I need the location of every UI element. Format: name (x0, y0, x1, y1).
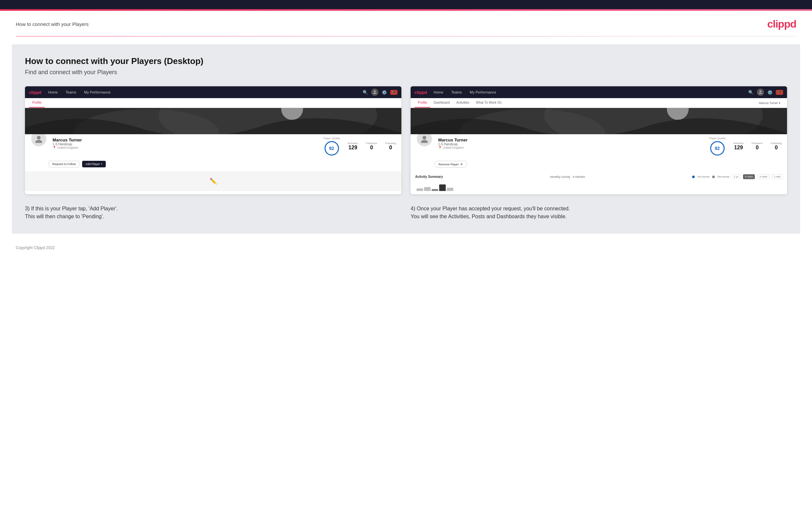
right-nav-performance[interactable]: My Performance (468, 90, 498, 94)
right-nav-teams[interactable]: Teams (450, 90, 463, 94)
on-course-label: On course (697, 175, 710, 178)
left-nav-home[interactable]: Home (47, 90, 59, 94)
left-activities-value: 129 (349, 145, 357, 150)
left-flag-icon: 🏴 (390, 90, 398, 95)
left-followers-value: 0 (370, 145, 373, 150)
right-followers-label: Followers (752, 142, 763, 145)
chart-bar-2 (424, 187, 430, 191)
right-followers-stat: Followers 0 (752, 142, 763, 151)
chart-bar-5 (447, 188, 453, 191)
right-tab-dashboard[interactable]: Dashboard (430, 98, 453, 108)
page-footer: Copyright Clippd 2022 (0, 241, 812, 254)
caption-left-text: 3) If this is your Player tap, 'Add Play… (25, 205, 401, 221)
right-activities-stat: Activities 129 (733, 142, 744, 151)
left-following-value: 0 (389, 145, 392, 150)
main-content: How to connect with your Players (Deskto… (12, 44, 800, 234)
right-flag-icon: 🏴 (776, 90, 783, 95)
right-location-icon: 📍 (438, 146, 442, 149)
left-nav-teams[interactable]: Teams (64, 90, 78, 94)
period-6mths-button[interactable]: 6 mths (743, 174, 755, 179)
left-quality-label: Player Quality (323, 137, 340, 140)
remove-player-label: Remove Player (439, 163, 459, 166)
right-user-dropdown[interactable]: Marcus Turner ▾ (759, 101, 783, 105)
right-tab-activities[interactable]: Activities (453, 98, 472, 108)
right-navbar: clippd Home Teams My Performance 🔍 ⚙️ 🏴 (411, 86, 787, 98)
left-profile-info: Marcus Turner 1-5 Handicap 📍 United King… (25, 134, 401, 160)
activity-chart (415, 182, 782, 191)
right-tab-what-to-work-on[interactable]: What To Work On (473, 98, 505, 108)
location-icon: 📍 (53, 146, 56, 149)
section-subtitle: Find and connect with your Players (25, 69, 787, 76)
right-activities-value: 129 (734, 145, 743, 150)
request-follow-button[interactable]: Request to Follow (49, 161, 80, 167)
svg-point-4 (37, 136, 40, 139)
settings-icon[interactable]: ⚙️ (382, 90, 387, 95)
left-following-label: Following (385, 142, 396, 145)
left-profile-location: 📍 United Kingdom (53, 146, 318, 149)
add-player-button[interactable]: Add Player + (82, 161, 106, 167)
period-3mths-button[interactable]: 3 mths (757, 174, 769, 179)
header-divider (16, 36, 796, 37)
off-course-label: Off course (717, 175, 729, 178)
left-action-buttons: Request to Follow Add Player + (25, 160, 401, 171)
screenshot-right: clippd Home Teams My Performance 🔍 ⚙️ 🏴 … (411, 86, 787, 194)
left-followers-label: Followers (366, 142, 377, 145)
right-profile-location: 📍 United Kingdom (438, 146, 704, 149)
off-course-dot (712, 176, 715, 178)
left-subtabs: Profile (25, 98, 401, 108)
right-quality-group: Player Quality 92 (709, 137, 726, 156)
period-1yr-button[interactable]: 1 yr (732, 174, 741, 179)
chart-bar-4 (439, 184, 446, 191)
left-navbar-icons: 🔍 ⚙️ 🏴 (363, 89, 398, 96)
right-settings-icon[interactable]: ⚙️ (767, 90, 773, 95)
screenshots-row: clippd Home Teams My Performance 🔍 ⚙️ 🏴 … (25, 86, 787, 194)
captions-row: 3) If this is your Player tap, 'Add Play… (25, 205, 787, 221)
screenshot-left: clippd Home Teams My Performance 🔍 ⚙️ 🏴 … (25, 86, 401, 194)
section-title: How to connect with your Players (Deskto… (25, 56, 787, 66)
right-quality-circle: 92 (710, 141, 725, 156)
left-tab-profile[interactable]: Profile (29, 98, 45, 108)
remove-x-icon: ✕ (460, 162, 463, 166)
left-user-icon[interactable] (371, 89, 378, 96)
right-navbar-icons: 🔍 ⚙️ 🏴 (748, 89, 783, 96)
left-quality-circle: 92 (324, 141, 339, 156)
right-quality-label: Player Quality (709, 137, 726, 140)
chart-bar-3 (432, 189, 438, 191)
right-search-icon[interactable]: 🔍 (748, 90, 754, 95)
left-followers-stat: Followers 0 (366, 142, 377, 151)
clippd-logo: clippd (767, 18, 796, 30)
on-course-dot (692, 176, 695, 178)
right-tabs-group: Profile Dashboard Activities What To Wor… (414, 98, 505, 108)
activity-header: Activity Summary Monthly Activity · 6 Mo… (415, 174, 782, 179)
right-profile-info: Marcus Turner 1-5 Handicap 📍 United King… (411, 134, 787, 160)
right-followers-value: 0 (756, 145, 759, 150)
left-profile-handicap: 1-5 Handicap (53, 143, 318, 146)
page-breadcrumb: How to connect with your Players (16, 21, 89, 27)
right-user-icon[interactable] (757, 89, 764, 96)
left-profile-details: Marcus Turner 1-5 Handicap 📍 United King… (53, 137, 318, 149)
search-icon[interactable]: 🔍 (363, 90, 368, 95)
svg-point-9 (422, 136, 426, 139)
caption-right: 4) Once your Player has accepted your re… (411, 205, 787, 221)
caption-left: 3) If this is your Player tap, 'Add Play… (25, 205, 401, 221)
left-activities-stat: Activities 129 (348, 142, 358, 151)
activity-period: Monthly Activity · 6 Months (550, 175, 585, 178)
right-activity-summary: Activity Summary Monthly Activity · 6 Mo… (411, 171, 787, 194)
left-nav-performance[interactable]: My Performance (83, 90, 112, 94)
right-following-label: Following (771, 142, 782, 145)
right-nav-home[interactable]: Home (432, 90, 445, 94)
right-profile-name: Marcus Turner (438, 137, 704, 143)
right-following-value: 0 (775, 145, 778, 150)
caption-right-text: 4) Once your Player has accepted your re… (411, 205, 787, 221)
left-profile-banner (25, 108, 401, 134)
remove-player-button[interactable]: Remove Player ✕ (434, 161, 467, 168)
right-activities-label: Activities (733, 142, 744, 145)
right-profile-details: Marcus Turner 1-5 Handicap 📍 United King… (438, 137, 704, 149)
left-activities-label: Activities (348, 142, 358, 145)
right-action-area: Remove Player ✕ (411, 160, 787, 171)
top-bar (0, 0, 812, 9)
page-header: How to connect with your Players clippd (0, 11, 812, 36)
period-1mth-button[interactable]: 1 mth (772, 174, 782, 179)
right-tab-profile[interactable]: Profile (414, 98, 430, 108)
right-subtabs: Profile Dashboard Activities What To Wor… (411, 98, 787, 108)
